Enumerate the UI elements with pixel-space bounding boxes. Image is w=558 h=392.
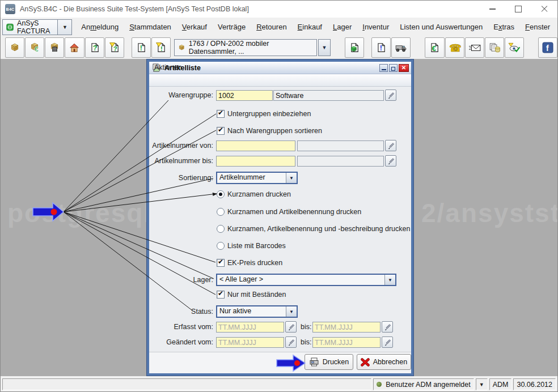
menu-item-vertraege[interactable]: Verträge [218,23,246,31]
context-combo-arrow[interactable]: ▼ [318,39,331,56]
drucken-button-label: Drucken [323,358,349,366]
kurznamen-benennung-radio[interactable] [217,208,225,216]
sortierung-combo-arrow-icon[interactable]: ▼ [286,173,297,183]
geaendert-bis-input[interactable] [312,337,381,348]
warengruppe-label: Warengruppe: [149,91,213,99]
statusbar-user-dropdown[interactable]: ▼ [476,378,488,390]
phone-button[interactable]: ☎ [445,37,464,58]
ek-preis-label: EK-Preis drucken [227,259,282,267]
phone-icon: ☎ [449,42,461,53]
article-box-button[interactable] [5,37,24,58]
article-document-button[interactable] [345,37,364,58]
menu-item-retouren[interactable]: Retouren [256,23,286,31]
search-exclamation-new-icon: ! [156,42,166,53]
artikelnummer-bis-name-field[interactable] [297,156,384,167]
menu-item-lager[interactable]: Lager [333,23,352,31]
drucken-button[interactable]: Drucken [305,354,353,370]
artikelnummer-von-name-field[interactable] [297,140,384,151]
artikelnummer-bis-label: Artikelnummer bis: [149,157,213,165]
window-maximize-button[interactable] [505,1,531,18]
warengruppe-name-field[interactable] [273,90,384,101]
geaendert-vom-label: Geändert vom: [149,338,213,346]
home-button[interactable] [65,37,84,58]
menu-items: Anmeldung Stammdaten Verkauf Verträge Re… [81,23,558,31]
artikelnummer-bis-code-input[interactable] [216,156,295,167]
warengruppe-code-input[interactable] [216,90,273,101]
lager-combo[interactable]: < Alle Lager > ▼ [216,274,396,286]
dialog-titlebar[interactable]: Artikelliste ✕ [149,62,411,74]
erfasst-bis-input[interactable] [312,322,381,333]
window-close-button[interactable] [531,1,557,18]
window-minimize-button[interactable] [479,1,505,18]
search-exclamation-new-button[interactable]: ! [151,37,171,58]
nach-warengruppen-label: Nach Warengruppen sortieren [227,127,322,135]
clear-brush-icon [287,323,295,331]
status-combo[interactable]: Nur aktive ▼ [216,305,298,318]
product-selector-arrow[interactable]: ▼ [57,20,71,35]
nach-warengruppen-checkbox[interactable] [217,127,225,135]
search-question-new-button[interactable]: ? [105,37,124,58]
eye-check-button[interactable] [505,37,524,58]
cancel-x-icon [361,358,370,367]
dialog-minimize-button[interactable] [379,64,388,72]
warengruppe-clear-button[interactable] [385,90,396,101]
status-combo-arrow-icon[interactable]: ▼ [286,306,297,317]
svg-text:€: € [432,44,437,53]
abbrechen-button[interactable]: Abbrechen [357,354,411,370]
nur-mit-bestaenden-checkbox[interactable] [217,291,225,299]
untergruppen-label: Untergruppen einbeziehen [227,110,311,118]
facebook-button[interactable]: f [538,37,557,58]
menu-item-anmeldung[interactable]: Anmeldung [81,23,119,31]
svg-text:€: € [35,45,39,53]
menu-item-verkauf[interactable]: Verkauf [182,23,207,31]
untergruppen-checkbox[interactable] [217,110,225,118]
menu-item-listen-und-auswertungen[interactable]: Listen und Auswertungen [400,23,483,31]
clear-brush-icon [387,157,395,165]
app-window: B4C AnSyS.B4C - Die Business Suite Test-… [0,0,558,392]
watermark-right: 2/ansystst [421,198,557,228]
search-exclamation-button[interactable]: ! [132,37,151,58]
menu-item-stammdaten[interactable]: Stammdaten [129,23,171,31]
mail-send-button[interactable] [465,37,484,58]
kurznamen-radio[interactable] [217,190,225,198]
erfasst-bis-clear-button[interactable] [382,321,393,333]
home-icon [69,42,79,53]
geaendert-vom-input[interactable] [216,337,284,348]
context-combo-value: 1763 / OPN-2002 mobiler Datensammler, ..… [189,40,313,56]
sortierung-combo[interactable]: Artikelnummer ▼ [216,172,298,184]
menu-item-inventur[interactable]: Inventur [362,23,389,31]
delivery-truck-button[interactable] [391,37,411,58]
context-combo[interactable]: 1763 / OPN-2002 mobiler Datensammler, ..… [174,39,331,56]
erfasst-vom-clear-button[interactable] [285,321,297,333]
euro-document-button[interactable]: € [425,37,444,58]
watermark-left: postgresql [7,198,152,228]
eye-check-icon [508,42,521,53]
copy-database-button[interactable] [485,37,504,58]
kurznamen-beschreibung-radio[interactable] [217,225,225,233]
menu-item-fenster[interactable]: Fenster [525,23,550,31]
artikelnummer-von-code-input[interactable] [216,140,295,151]
menu-item-einkauf[interactable]: Einkauf [298,23,322,31]
kurznamen-benennung-radio-label: Kurznamen und Artikelbenennung drucken [227,208,361,216]
dialog-maximize-button[interactable] [389,64,398,72]
menu-item-extras[interactable]: Extras [493,23,514,31]
article-euro-button[interactable]: € [25,37,44,58]
artikelnummer-von-clear-button[interactable] [385,140,396,151]
lager-combo-arrow-icon[interactable]: ▼ [384,275,395,285]
minimize-icon [489,8,496,10]
ek-preis-checkbox[interactable] [217,259,225,267]
product-selector-label: AnSyS FACTURA [17,19,54,35]
geaendert-vom-clear-button[interactable] [285,336,297,348]
search-question-button[interactable]: ? [85,37,104,58]
artikelnummer-bis-clear-button[interactable] [385,155,396,167]
dialog-menu-aktionen[interactable]: Aktionen [154,63,182,71]
statusbar-user-code: ADM [489,378,512,390]
dialog-menubar [149,74,411,87]
article-grid-button[interactable] [45,37,64,58]
info-exclamation-button[interactable]: ! [371,37,391,58]
product-selector[interactable]: AnSyS FACTURA ▼ [2,19,72,35]
barcodes-radio[interactable] [217,242,225,250]
erfasst-vom-input[interactable] [216,322,284,333]
geaendert-bis-clear-button[interactable] [382,336,393,348]
dialog-close-button[interactable]: ✕ [399,64,409,72]
